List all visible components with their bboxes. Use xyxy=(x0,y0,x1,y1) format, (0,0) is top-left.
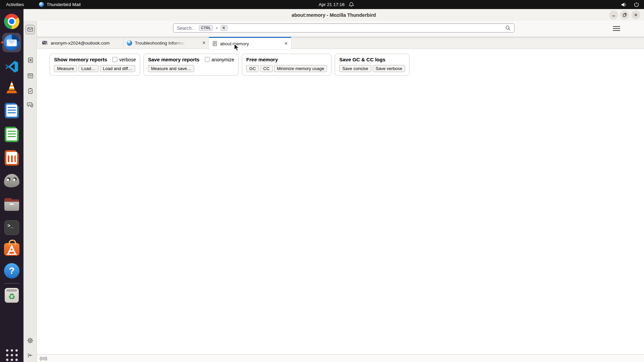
address-book-icon xyxy=(27,57,34,63)
thunderbird-icon xyxy=(4,35,20,51)
clock-label: Apr 21 17:16 xyxy=(319,2,344,7)
dock-item-libreoffice-calc[interactable] xyxy=(4,126,20,142)
window-titlebar[interactable]: about:memory - Mozilla Thunderbird xyxy=(23,9,644,21)
card-free-memory: Free memory GC CC Minimize memory usage xyxy=(242,54,331,76)
trash-icon: ♻ xyxy=(5,288,19,303)
measure-button[interactable]: Measure xyxy=(54,65,77,72)
app-menu-button[interactable] xyxy=(613,26,620,31)
cc-button[interactable]: CC xyxy=(260,65,273,72)
card-save-gc-cc-logs: Save GC & CC logs Save concise Save verb… xyxy=(335,54,410,76)
search-input[interactable]: Search… CTRL + K xyxy=(173,23,515,33)
collapse-arrow-icon xyxy=(27,352,34,359)
tab-label: anonym-x2024@outlook.com xyxy=(51,41,110,46)
volume-icon xyxy=(621,2,627,8)
chat-icon xyxy=(27,101,34,108)
activities-button[interactable]: Activities xyxy=(6,0,24,9)
anonymize-checkbox[interactable]: anonymize xyxy=(205,57,234,62)
space-chat[interactable] xyxy=(25,100,35,109)
ubuntu-dock: >_ ? ♻ xyxy=(0,9,23,362)
window-title: about:memory - Mozilla Thunderbird xyxy=(23,9,644,21)
vscode-icon xyxy=(5,60,19,74)
shortcut-ctrl-badge: CTRL xyxy=(199,25,213,31)
notification-bell-icon xyxy=(348,2,354,7)
status-bar: ((o)) xyxy=(37,354,644,362)
tab-mail-account[interactable]: anonym-x2024@outlook.com xyxy=(39,37,123,49)
app-grid-icon xyxy=(6,349,18,361)
load-and-diff-button[interactable]: Load and diff… xyxy=(100,65,136,72)
dock-item-chrome[interactable] xyxy=(4,13,20,29)
dock-item-help[interactable]: ? xyxy=(4,263,20,279)
dock-item-thunderbird[interactable] xyxy=(4,35,20,51)
focused-app-name: Thunderbird Mail xyxy=(47,2,80,7)
dock-divider xyxy=(4,283,19,284)
spaces-settings-button[interactable] xyxy=(25,336,35,345)
dock-item-ubuntu-software[interactable] xyxy=(4,240,20,256)
dock-item-libreoffice-writer[interactable] xyxy=(4,103,20,119)
libreoffice-calc-icon xyxy=(5,127,19,142)
libreoffice-writer-icon xyxy=(5,103,19,118)
tab-close-icon[interactable]: × xyxy=(284,41,288,46)
search-icon xyxy=(505,25,511,31)
space-tasks[interactable] xyxy=(25,86,35,96)
minimize-button[interactable] xyxy=(609,10,618,19)
card-title: Save memory reports xyxy=(148,57,199,62)
close-button[interactable] xyxy=(631,10,640,19)
tab-label: about:memory xyxy=(220,41,249,46)
about-memory-page: Show memory reports verbose Measure Load… xyxy=(37,49,644,354)
dock-item-files[interactable] xyxy=(4,196,20,212)
network-activity-indicator: ((o)) xyxy=(40,356,47,361)
help-icon: ? xyxy=(4,263,19,279)
system-status-area[interactable] xyxy=(621,0,639,9)
tab-label: Troubleshooting Information xyxy=(135,41,185,46)
ubuntu-software-icon xyxy=(4,243,19,256)
dock-item-vlc[interactable] xyxy=(4,79,20,95)
verbose-checkbox[interactable]: verbose xyxy=(112,57,136,62)
checkbox-box[interactable] xyxy=(112,57,117,62)
tab-about-memory[interactable]: about:memory × xyxy=(209,37,291,49)
space-mail[interactable] xyxy=(25,25,35,34)
dock-item-vscode[interactable] xyxy=(4,59,20,75)
load-button[interactable]: Load… xyxy=(78,65,99,72)
terminal-icon: >_ xyxy=(4,220,19,235)
thunderbird-mini-icon xyxy=(39,2,44,7)
thunderbird-running-indicator xyxy=(1,41,3,44)
tab-troubleshooting[interactable]: Troubleshooting Information × xyxy=(123,37,209,49)
dock-item-libreoffice-impress[interactable] xyxy=(4,150,20,166)
search-placeholder: Search… xyxy=(177,25,196,31)
clock-menu[interactable]: Apr 21 17:16 xyxy=(319,0,354,9)
shortcut-plus: + xyxy=(216,26,218,31)
space-calendar[interactable] xyxy=(25,71,35,80)
gc-button[interactable]: GC xyxy=(246,65,259,72)
dock-item-trash[interactable]: ♻ xyxy=(4,287,20,303)
space-address-book[interactable] xyxy=(25,55,35,65)
card-save-memory-reports: Save memory reports anonymize Measure an… xyxy=(144,54,238,76)
dock-item-app-grid[interactable] xyxy=(4,347,20,362)
measure-and-save-button[interactable]: Measure and save… xyxy=(148,65,194,72)
card-title: Show memory reports xyxy=(54,57,107,62)
mail-account-icon xyxy=(42,40,48,46)
card-show-memory-reports: Show memory reports verbose Measure Load… xyxy=(50,54,140,76)
checkbox-box[interactable] xyxy=(205,57,210,62)
mail-icon xyxy=(27,26,33,33)
tab-bar: anonym-x2024@outlook.com Troubleshooting… xyxy=(37,37,644,49)
chrome-icon xyxy=(4,14,19,29)
tab-close-icon[interactable]: × xyxy=(202,40,206,46)
document-icon xyxy=(212,41,217,46)
card-title: Save GC & CC logs xyxy=(339,57,385,62)
minimize-memory-usage-button[interactable]: Minimize memory usage xyxy=(274,65,327,72)
maximize-button[interactable] xyxy=(620,10,629,19)
checkbox-label: anonymize xyxy=(212,57,234,62)
save-concise-button[interactable]: Save concise xyxy=(339,65,371,72)
spaces-collapse-button[interactable] xyxy=(25,351,35,360)
troubleshooting-orb-icon xyxy=(127,40,132,46)
focused-app-menu[interactable]: Thunderbird Mail xyxy=(39,0,80,9)
calendar-icon xyxy=(27,72,34,79)
dock-item-terminal[interactable]: >_ xyxy=(4,220,20,236)
shortcut-k-badge: K xyxy=(221,25,227,31)
vlc-icon xyxy=(4,80,19,95)
save-verbose-button[interactable]: Save verbose xyxy=(373,65,406,72)
gnome-top-bar: Activities Thunderbird Mail Apr 21 17:16 xyxy=(0,0,644,9)
tasks-icon xyxy=(27,88,34,94)
dock-item-gimp[interactable] xyxy=(4,173,20,189)
checkbox-label: verbose xyxy=(119,57,136,62)
